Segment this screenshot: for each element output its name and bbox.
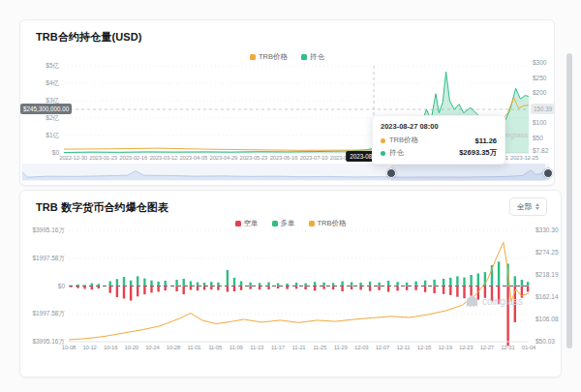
- legend-swatch-icon: [250, 54, 256, 60]
- legend-item[interactable]: TRB价格: [250, 52, 288, 62]
- axis-tick-label: $50: [533, 135, 543, 142]
- scrollbar[interactable]: [566, 53, 572, 348]
- range-select[interactable]: 全部: [509, 197, 547, 216]
- axis-tick-label: $1997.58万: [20, 310, 65, 317]
- axis-tick-label: 2023-01-23: [89, 154, 117, 162]
- chart-tooltip: 2023-08-27 08:00 TRB价格 $11.26 持仓 $2693.3…: [372, 115, 505, 165]
- axis-tick-label: $250: [533, 75, 546, 82]
- axis-tick-label: $0: [20, 149, 59, 157]
- oi-dot-icon: [381, 151, 385, 156]
- navigator-area-icon: [22, 164, 549, 181]
- axis-tick-label: 2023-04-29: [210, 154, 238, 162]
- tooltip-title: 2023-08-27 08:00: [381, 122, 497, 131]
- liquidation-title: TRB 数字货币合约爆仓图表: [36, 200, 168, 215]
- legend-swatch-icon: [301, 54, 307, 60]
- axis-tick-label: $2亿: [20, 114, 59, 122]
- axis-tick-label: 2023-12-25: [510, 154, 538, 162]
- axis-tick-label: 2023-04-05: [179, 154, 207, 162]
- zoom-navigator[interactable]: [22, 164, 549, 181]
- tooltip-row-oi: 持仓 $2693.35万: [381, 148, 497, 158]
- axis-tick-label: $0: [20, 283, 65, 290]
- axis-tick-label: $50.03: [535, 338, 555, 346]
- axis-tick-label: $5亿: [20, 62, 59, 70]
- axis-tick-label: 2023-07-10: [300, 154, 328, 162]
- axis-tick-label: 2023-05-23: [240, 154, 268, 162]
- liquidation-legend: 空单多单TRB价格: [20, 219, 561, 228]
- axis-tick-label: $218.19: [535, 271, 559, 279]
- price-dot-icon: [381, 138, 385, 143]
- liquidation-card: TRB 数字货币合约爆仓图表 全部 空单多单TRB价格 $3995.16万$19…: [19, 190, 562, 377]
- crosshair-y-left-label: $245,300,000.00: [20, 104, 72, 114]
- select-arrows-icon: [535, 203, 539, 210]
- legend-swatch-icon: [309, 221, 315, 226]
- liquidation-svg: [69, 230, 529, 350]
- liquidation-chart[interactable]: [69, 230, 529, 350]
- legend-swatch-icon: [272, 221, 278, 226]
- legend-item[interactable]: 多单: [272, 219, 295, 228]
- navigator-handle-left[interactable]: [386, 168, 396, 178]
- axis-tick-label: 2023-02-16: [119, 154, 147, 162]
- axis-tick-label: $4亿: [20, 79, 59, 87]
- axis-tick-label: $106.08: [535, 316, 559, 323]
- legend-item[interactable]: 持仓: [301, 52, 324, 62]
- axis-tick-label: $162.14: [535, 293, 559, 301]
- legend-swatch-icon: [235, 221, 241, 226]
- open-interest-title: TRB合约持仓量(USD): [36, 30, 141, 45]
- axis-tick-label: 2022-12-30: [59, 154, 87, 162]
- axis-tick-label: $200: [533, 89, 546, 97]
- axis-tick-label: $100: [533, 119, 546, 127]
- axis-tick-label: 2023-06-16: [270, 154, 298, 162]
- crosshair-y-right-label: 150.39: [531, 104, 555, 114]
- navigator-handle-right[interactable]: [543, 168, 553, 178]
- legend-item[interactable]: TRB价格: [309, 219, 347, 228]
- axis-tick-label: $3995.16万: [20, 338, 65, 346]
- axis-tick-label: $274.25: [535, 249, 559, 256]
- axis-tick-label: $7.82: [533, 147, 548, 155]
- tooltip-row-price: TRB价格 $11.26: [381, 136, 497, 145]
- open-interest-legend: TRB价格持仓: [20, 52, 554, 62]
- open-interest-card: TRB合约持仓量(USD) TRB价格持仓 $5亿$4亿$3亿$2亿$1亿$0 …: [19, 19, 555, 186]
- axis-tick-label: $1亿: [20, 132, 59, 139]
- legend-item[interactable]: 空单: [235, 219, 259, 228]
- axis-tick-label: $1997.58万: [20, 255, 65, 262]
- axis-tick-label: 2023-03-12: [149, 154, 177, 162]
